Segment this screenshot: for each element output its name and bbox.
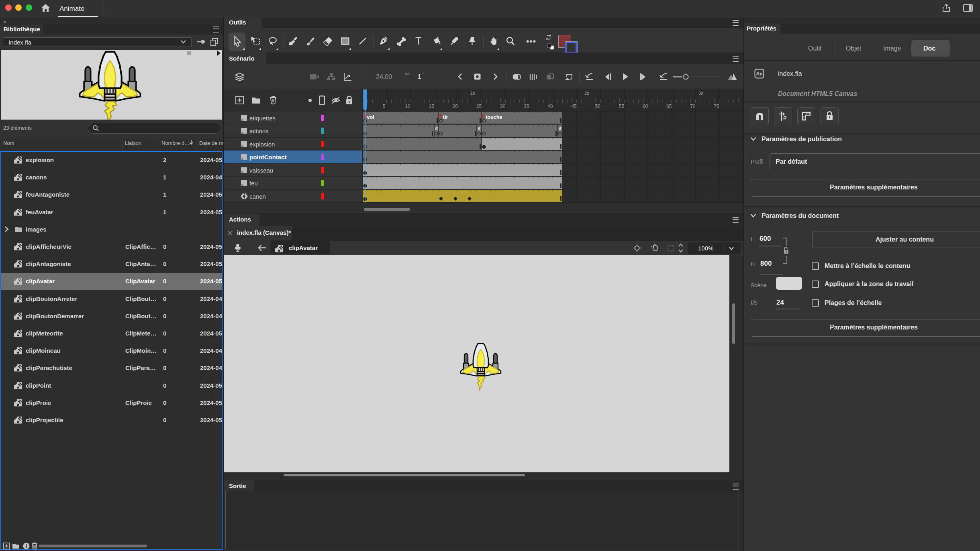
svg-text:An: An [756,71,763,77]
